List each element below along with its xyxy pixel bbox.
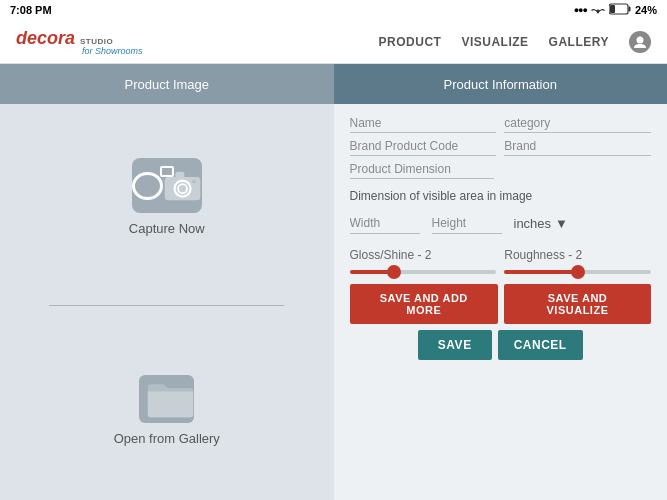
battery-icon (609, 3, 631, 17)
signal-icon: ●●● (574, 5, 587, 15)
left-panel: Capture Now Open from Gallery (0, 104, 334, 500)
right-panel: Dimension of visible area in image inche… (334, 104, 668, 500)
nav-gallery[interactable]: GALLERY (549, 35, 609, 49)
roughness-slider-group: Roughness - 2 (504, 248, 651, 274)
nav-product[interactable]: PRODUCT (379, 35, 442, 49)
capture-section[interactable]: Capture Now (129, 158, 205, 236)
brand-field[interactable] (504, 139, 651, 156)
section-headers: Product Image Product Information (0, 64, 667, 104)
battery-percent: 24% (635, 4, 657, 16)
gloss-slider-group: Gloss/Shine - 2 (350, 248, 497, 274)
dimension-row: inches ▼ (350, 213, 652, 234)
logo-studio: STUDIO (80, 37, 143, 46)
height-field[interactable] (432, 213, 502, 234)
save-button[interactable]: SAVE (418, 330, 492, 360)
product-dimension-field[interactable] (350, 162, 495, 179)
roughness-track[interactable] (504, 270, 651, 274)
width-input[interactable] (350, 216, 420, 230)
divider-line (49, 305, 284, 306)
gloss-thumb[interactable] (387, 265, 401, 279)
gloss-track[interactable] (350, 270, 497, 274)
name-field[interactable] (350, 116, 497, 133)
logo-for-showrooms: for Showrooms (82, 46, 143, 56)
dimension-label: Dimension of visible area in image (350, 189, 652, 203)
user-icon[interactable] (629, 31, 651, 53)
width-field[interactable] (350, 213, 420, 234)
svg-point-4 (637, 36, 644, 43)
product-dimension-row (350, 162, 652, 179)
status-bar: 7:08 PM ●●● 24% (0, 0, 667, 20)
camera-icon (132, 158, 202, 213)
roughness-thumb[interactable] (571, 265, 585, 279)
capture-label: Capture Now (129, 221, 205, 236)
brand-code-row (350, 139, 652, 156)
cancel-button[interactable]: CANCEL (498, 330, 583, 360)
nav-links: PRODUCT VISUALIZE GALLERY (379, 31, 651, 53)
wifi-icon (591, 4, 605, 16)
category-input[interactable] (504, 116, 651, 130)
svg-point-0 (597, 12, 599, 14)
main-content: Capture Now Open from Gallery (0, 104, 667, 500)
unit-label: inches (514, 216, 552, 231)
brand-input[interactable] (504, 139, 651, 153)
nav-visualize[interactable]: VISUALIZE (461, 35, 528, 49)
save-and-visualize-button[interactable]: SAVE AND VISUALIZE (504, 284, 651, 324)
name-input[interactable] (350, 116, 497, 130)
gloss-label: Gloss/Shine - 2 (350, 248, 497, 262)
unit-selector[interactable]: inches ▼ (514, 216, 568, 231)
save-and-add-more-button[interactable]: SAVE AND ADD MORE (350, 284, 499, 324)
logo-decora: decora (16, 28, 75, 49)
logo: decora STUDIO for Showrooms (16, 28, 143, 56)
status-bar-right: ●●● 24% (574, 3, 657, 17)
height-input[interactable] (432, 216, 502, 230)
nav-bar: decora STUDIO for Showrooms PRODUCT VISU… (0, 20, 667, 64)
status-time: 7:08 PM (10, 4, 52, 16)
unit-dropdown-arrow: ▼ (555, 216, 568, 231)
brand-code-field[interactable] (350, 139, 497, 156)
category-field[interactable] (504, 116, 651, 133)
name-category-row (350, 116, 652, 133)
product-dimension-input[interactable] (350, 162, 495, 176)
section-header-product-info: Product Information (334, 64, 668, 104)
svg-rect-3 (610, 5, 615, 13)
roughness-label: Roughness - 2 (504, 248, 651, 262)
button-row-1: SAVE AND ADD MORE SAVE AND VISUALIZE (350, 284, 652, 324)
svg-rect-2 (628, 7, 630, 12)
roughness-fill (504, 270, 577, 274)
gallery-section[interactable]: Open from Gallery (114, 375, 220, 446)
slider-section: Gloss/Shine - 2 Roughness - 2 (350, 248, 652, 274)
svg-point-9 (192, 180, 196, 184)
section-header-product-image: Product Image (0, 64, 334, 104)
gallery-label: Open from Gallery (114, 431, 220, 446)
svg-rect-8 (175, 172, 184, 179)
brand-code-input[interactable] (350, 139, 497, 153)
button-row-2: SAVE CANCEL (350, 330, 652, 360)
gallery-folder-icon (139, 375, 194, 423)
